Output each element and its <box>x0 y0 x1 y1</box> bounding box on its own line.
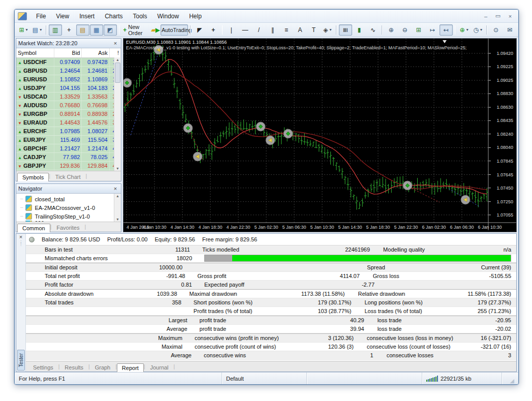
navigator-toggle[interactable]: ▤ <box>76 24 89 36</box>
symbol-row-eurgbp[interactable]: ▼EURGBP0.889140.8893824 <box>16 110 121 118</box>
svg-text:6 Jan 06:30: 6 Jan 06:30 <box>450 225 474 230</box>
menu-item-view[interactable]: View <box>51 11 74 21</box>
column-header-ask[interactable]: Ask <box>82 48 109 58</box>
new-chart-button[interactable]: ⊞▾ <box>17 24 30 36</box>
vertical-line-button[interactable]: | <box>225 24 238 36</box>
label-button[interactable]: T <box>307 24 320 36</box>
tree-item-ea-2macrossover-v1-0[interactable]: ┄EA-2MACrossover_v1-0 <box>20 203 121 212</box>
scroll-down-icon[interactable]: ▼ <box>116 167 119 170</box>
arrow-down-icon: ▼ <box>18 164 22 169</box>
column-header-symbol[interactable]: Symbol <box>16 48 54 58</box>
svg-text:1.08630: 1.08630 <box>496 105 513 110</box>
profiles-button[interactable]: ▤▾ <box>30 24 44 36</box>
horizontal-line-button[interactable]: — <box>238 24 252 36</box>
symbol-row-euraud[interactable]: ▼EURAUD1.445431.4457633 <box>16 118 121 127</box>
text-button[interactable]: A <box>293 24 306 36</box>
navigator-scrollbar[interactable]: ▲ ▼ <box>114 194 121 222</box>
market-watch-toggle[interactable]: ▥ <box>49 24 62 36</box>
symbol-row-audusd[interactable]: ▼AUDUSD0.766800.7669818 <box>16 101 121 110</box>
navigator-close-icon[interactable]: × <box>112 186 119 192</box>
periods-button[interactable]: ◷▾ <box>471 24 484 36</box>
chart-window[interactable]: EURUSD,M30 1.10883 1.10901 1.10844 1.108… <box>123 38 517 232</box>
navigator-tree: ▲ ▼ ┄closed_total┄EA-2MACrossover_v1-0┄T… <box>16 194 121 222</box>
symbol-row-eurjpy[interactable]: ▲EURJPY115.469115.50435 <box>16 136 121 144</box>
terminal-toggle[interactable]: ▦ <box>90 24 103 36</box>
report-value: Maximal <box>144 344 182 350</box>
auto-scroll-button[interactable]: ↤ <box>440 24 453 36</box>
crosshair-button[interactable]: + <box>207 24 220 36</box>
tab-symbols[interactable]: Symbols <box>17 173 49 181</box>
symbol-row-usdcad[interactable]: ▼USDCAD1.335291.3356334 <box>16 92 121 101</box>
menu-item-tools[interactable]: Tools <box>128 11 152 21</box>
menu-item-file[interactable]: File <box>31 11 51 21</box>
scroll-up-icon[interactable]: ▲ <box>116 58 119 61</box>
resize-grip-icon[interactable]: ◢ <box>502 373 518 384</box>
cursor-button[interactable]: ◤ <box>193 24 206 36</box>
symbol-row-gbpjpy[interactable]: ▼GBPJPY129.836129.88448 <box>16 162 121 170</box>
chart-shift-button[interactable]: ↦ <box>426 24 439 36</box>
market-watch-panel: Market Watch: 23:28:20 × SymbolBidAsk!▲U… <box>16 38 121 181</box>
symbol-row-cadjpy[interactable]: ▲CADJPY77.98278.02543 <box>16 153 121 162</box>
column-header-bid[interactable]: Bid <box>54 48 82 58</box>
column-header-spread[interactable]: ! <box>109 48 120 58</box>
autotrading-button[interactable]: ▶AutoTrading <box>161 24 188 36</box>
tester-close-icon[interactable]: × <box>19 234 22 240</box>
bar-chart-button[interactable]: ≣ <box>339 24 352 36</box>
symbol-row-eurchf[interactable]: ▲EURCHF1.079851.0802742 <box>16 127 121 136</box>
tab-graph[interactable]: Graph <box>90 363 116 372</box>
restore-button[interactable]: ▭ <box>493 12 503 20</box>
symbol-row-audnzd[interactable]: ▼AUDNZD1.047241.0476541 <box>16 170 121 171</box>
menu-item-window[interactable]: Window <box>152 11 184 21</box>
tab-common[interactable]: Common <box>17 224 50 232</box>
data-window-toggle[interactable]: + <box>62 24 76 36</box>
tile-windows-button[interactable]: ⊞ <box>412 24 425 36</box>
tab-favorites[interactable]: Favorites <box>51 223 84 232</box>
symbol-row-gbpusd[interactable]: ▲GBPUSD1.246541.2468127 <box>16 67 121 75</box>
search-button[interactable]: ⊙ <box>489 24 503 36</box>
indicators-button[interactable]: ⊕▾ <box>457 24 471 36</box>
tab-settings[interactable]: Settings <box>28 363 58 372</box>
symbol-row-usdchf[interactable]: ▲USDCHF0.974090.9742819 <box>16 58 121 67</box>
line-chart-button[interactable]: ∿ <box>366 24 380 36</box>
tab-journal[interactable]: Journal <box>145 363 173 372</box>
zoom-out-button[interactable]: ⊖ <box>398 24 412 36</box>
tab-tick-chart[interactable]: Tick Chart <box>50 172 86 181</box>
tree-guide: ┄ <box>20 197 23 202</box>
new-order-button[interactable]: +New Order <box>121 24 146 36</box>
symbol-row-usdjpy[interactable]: ▲USDJPY104.155104.18328 <box>16 84 121 92</box>
menu-item-charts[interactable]: Charts <box>100 11 128 21</box>
svg-text:4 Jan 22:30: 4 Jan 22:30 <box>226 225 250 230</box>
ask-cell: 129.884 <box>82 162 109 170</box>
close-button[interactable]: × <box>505 12 515 20</box>
svg-text:5 Jan 02:30: 5 Jan 02:30 <box>254 225 278 230</box>
tab-report[interactable]: Report <box>117 363 144 372</box>
menu-item-insert[interactable]: Insert <box>74 11 100 21</box>
minimize-button[interactable]: – <box>481 12 491 20</box>
chat-button[interactable]: ✉ <box>503 24 516 36</box>
tab-results[interactable]: Results <box>59 363 88 372</box>
candlestick-button[interactable]: ▮ <box>353 24 366 36</box>
trendline-button[interactable]: / <box>252 24 265 36</box>
tree-item-906-mean[interactable]: ┄906 mean <box>20 221 121 222</box>
status-profile[interactable]: Default <box>222 373 307 384</box>
shapes-button[interactable]: ◈▾ <box>321 24 334 36</box>
symbol-row-eurusd[interactable]: ▲EURUSD1.108521.1086917 <box>16 75 121 84</box>
equidistant-channel-button-icon: ∥ <box>271 27 274 33</box>
fibonacci-button[interactable]: ≡ <box>279 24 293 36</box>
market-watch-close-icon[interactable]: × <box>112 40 119 46</box>
tree-item-closed-total[interactable]: ┄closed_total <box>20 195 121 203</box>
cursor-button-icon: ◤ <box>197 27 202 33</box>
equidistant-channel-button[interactable]: ∥ <box>266 24 279 36</box>
menu-item-help[interactable]: Help <box>184 11 207 21</box>
report-value: n/a <box>504 246 516 253</box>
zoom-in-button[interactable]: ⊕ <box>385 24 398 36</box>
tree-item-trailingstopstep-v1-0[interactable]: ┄TrailingStopStep_v1-0 <box>20 212 121 221</box>
market-watch-scrollbar[interactable]: ▲ ▼ <box>114 57 121 171</box>
symbol-row-gbpchf[interactable]: ▲GBPCHF1.214271.2147447 <box>16 144 121 153</box>
scroll-thumb[interactable] <box>115 63 120 83</box>
status-help-text: For Help, press F1 <box>15 373 222 384</box>
scroll-down-icon[interactable]: ▼ <box>116 218 119 221</box>
strategy-tester-toggle[interactable]: ◩ <box>104 24 117 36</box>
scroll-up-icon[interactable]: ▲ <box>116 194 119 198</box>
chart-canvas[interactable]: 1.094201.092251.090251.088301.086301.084… <box>123 39 516 230</box>
